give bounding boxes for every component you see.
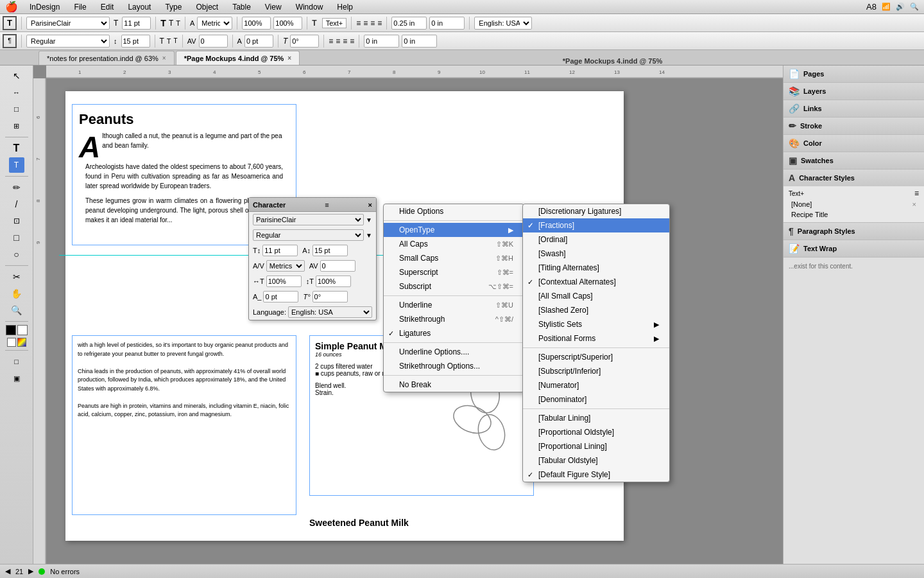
- baseline-input[interactable]: [244, 35, 273, 48]
- fill-none[interactable]: [7, 338, 16, 347]
- sm-slashed-zero[interactable]: [Slashed Zero]: [523, 303, 669, 317]
- kerning-select[interactable]: Metrics: [197, 17, 232, 30]
- char-style-recipe[interactable]: Recipe Title: [789, 209, 919, 220]
- scale-h-input[interactable]: [242, 17, 271, 30]
- menu-indesign[interactable]: InDesign: [27, 3, 62, 12]
- sm-positional-forms[interactable]: Positional Forms ▶: [523, 331, 669, 346]
- direct-select-tool[interactable]: ↔: [9, 85, 24, 100]
- indent-right-input[interactable]: [429, 17, 465, 30]
- char-lang-select[interactable]: English: USA: [288, 306, 372, 318]
- normal-mode[interactable]: □: [9, 354, 24, 369]
- para-styles-header[interactable]: ¶ Paragraph Styles: [783, 223, 924, 240]
- leading-input[interactable]: [121, 35, 150, 48]
- fill-swatch[interactable]: [6, 325, 16, 335]
- char-styles-header[interactable]: A Character Styles: [783, 170, 924, 186]
- char-scale-h-input[interactable]: [266, 276, 302, 287]
- sm-disc-lig[interactable]: [Discretionary Ligatures]: [523, 204, 669, 218]
- cm-underline[interactable]: Underline ⇧⌘U: [384, 298, 524, 312]
- cm-strikethrough[interactable]: Strikethrough ^⇧⌘/: [384, 312, 524, 326]
- menu-object[interactable]: Object: [193, 3, 221, 12]
- tab-mockups[interactable]: *Page Mockups 4.indd @ 75% ×: [176, 51, 300, 65]
- tab-notes[interactable]: *notes for presentation.indd @ 63% ×: [38, 51, 175, 65]
- next-page-btn[interactable]: ▶: [28, 567, 33, 575]
- page-tool[interactable]: □: [9, 101, 24, 117]
- swatches-header[interactable]: ▣ Swatches: [783, 152, 924, 169]
- pages-header[interactable]: 📄 Pages: [783, 66, 924, 82]
- stroke-header[interactable]: ✏ Stroke: [783, 118, 924, 134]
- cm-hide-options[interactable]: Hide Options: [384, 204, 524, 218]
- bottom-left-frame[interactable]: with a high level of pesticides, so it's…: [72, 335, 296, 515]
- font-style-select[interactable]: Regular: [26, 35, 110, 48]
- gap-tool[interactable]: ⊞: [9, 118, 24, 134]
- sm-stylistic-sets[interactable]: Stylistic Sets ▶: [523, 317, 669, 331]
- cm-ligatures[interactable]: Ligatures: [384, 326, 524, 340]
- indent-input[interactable]: [391, 17, 427, 30]
- layers-header[interactable]: 📚 Layers: [783, 83, 924, 100]
- sm-titling-alt[interactable]: [Titling Alternates]: [523, 261, 669, 275]
- character-panel-close[interactable]: ×: [368, 201, 372, 209]
- scale-v-input[interactable]: [273, 17, 302, 30]
- sm-default-figure[interactable]: [Default Figure Style]: [523, 468, 669, 482]
- sm-denominator[interactable]: [Denominator]: [523, 392, 669, 407]
- select-tool[interactable]: ↖: [9, 68, 24, 83]
- cm-strikethrough-options[interactable]: Strikethrough Options...: [384, 359, 524, 373]
- type-tool[interactable]: T: [9, 141, 24, 156]
- cm-small-caps[interactable]: Small Caps ⇧⌘H: [384, 251, 524, 265]
- tab-notes-close[interactable]: ×: [162, 55, 166, 62]
- sm-ordinal[interactable]: [Ordinal]: [523, 232, 669, 247]
- align-r2[interactable]: ≡: [343, 37, 347, 46]
- menu-table[interactable]: Table: [230, 3, 253, 12]
- gradient-swatch[interactable]: [17, 338, 26, 347]
- line-tool[interactable]: /: [9, 197, 24, 212]
- char-styles-options[interactable]: ≡: [914, 189, 919, 198]
- sm-tabular-oldstyle[interactable]: [Tabular Oldstyle]: [523, 453, 669, 468]
- menu-edit[interactable]: Edit: [98, 3, 117, 12]
- canvas-area[interactable]: 1 2 3 4 5 6 7 8 9 10 11 12 13 14 6 7 8: [33, 66, 783, 564]
- apple-menu[interactable]: 🍎: [5, 1, 18, 13]
- char-leading-input[interactable]: [312, 245, 348, 256]
- sm-swash[interactable]: [Swash]: [523, 247, 669, 261]
- type-on-path-tool[interactable]: T: [9, 157, 24, 173]
- font-name-select[interactable]: ParisineClair: [26, 17, 110, 30]
- space-before-input[interactable]: [364, 35, 399, 48]
- sm-subscript-inf[interactable]: [Subscript/Inferior]: [523, 364, 669, 378]
- char-style-none-x[interactable]: ×: [912, 200, 916, 208]
- tab-mockups-close[interactable]: ×: [287, 55, 291, 62]
- search-icon[interactable]: 🔍: [910, 3, 919, 11]
- pencil-tool[interactable]: ✏: [9, 180, 24, 195]
- color-header[interactable]: 🎨 Color: [783, 135, 924, 152]
- char-tracking-input[interactable]: [320, 260, 355, 272]
- align-j2[interactable]: ≡: [350, 37, 354, 46]
- sm-proportional-lining[interactable]: [Proportional Lining]: [523, 439, 669, 453]
- sm-numerator[interactable]: [Numerator]: [523, 378, 669, 392]
- cm-underline-options[interactable]: Underline Options....: [384, 345, 524, 359]
- align-right-icon[interactable]: ≡: [370, 19, 375, 28]
- tracking-input[interactable]: [199, 35, 228, 48]
- char-style-select[interactable]: Regular: [253, 229, 364, 241]
- align-c2[interactable]: ≡: [336, 37, 340, 46]
- cm-subscript[interactable]: Subscript ⌥⇧⌘=: [384, 279, 524, 293]
- text-plus-button[interactable]: Text+: [322, 18, 347, 28]
- cm-no-break[interactable]: No Break: [384, 378, 524, 392]
- char-style-none-row[interactable]: [None] ×: [789, 199, 919, 209]
- char-size-input[interactable]: [262, 245, 298, 256]
- font-size-input[interactable]: [122, 17, 151, 30]
- hand-tool[interactable]: ✋: [9, 286, 24, 301]
- menu-type[interactable]: Type: [162, 3, 184, 12]
- sm-contextual-alt[interactable]: [Contextual Alternates]: [523, 275, 669, 289]
- cm-opentype[interactable]: OpenType ▶: [384, 223, 524, 237]
- sm-proportional-old[interactable]: [Proportional Oldstyle]: [523, 425, 669, 439]
- zoom-tool[interactable]: 🔍: [9, 302, 24, 318]
- align-justify-icon[interactable]: ≡: [377, 19, 382, 28]
- char-scale-v-input[interactable]: [316, 276, 351, 287]
- ellipse-tool[interactable]: ○: [9, 247, 24, 262]
- menu-view[interactable]: View: [262, 3, 284, 12]
- space-after-input[interactable]: [402, 35, 437, 48]
- menu-layout[interactable]: Layout: [125, 3, 153, 12]
- sm-all-small-caps[interactable]: [All Small Caps]: [523, 289, 669, 303]
- char-skew-input[interactable]: [312, 291, 348, 302]
- menu-file[interactable]: File: [71, 3, 89, 12]
- lang-select[interactable]: English: USA: [474, 17, 532, 30]
- char-baseline-input[interactable]: [263, 291, 298, 302]
- skew-input[interactable]: [290, 35, 319, 48]
